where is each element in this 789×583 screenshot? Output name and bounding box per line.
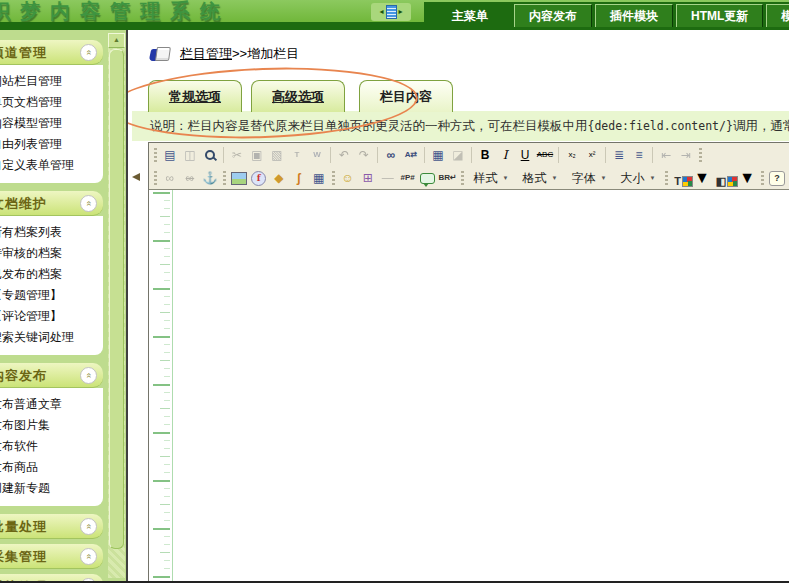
templates-icon: ◫	[184, 149, 195, 161]
sidebar-item[interactable]: 搜索关键词处理	[0, 327, 103, 348]
source-button[interactable]: ▤	[160, 146, 180, 164]
sidebar-section-header-batch-process[interactable]: 批量处理«	[0, 514, 103, 539]
attachment-button[interactable]: ʃ	[289, 169, 309, 187]
format-select[interactable]: 格式▼	[516, 169, 565, 187]
toolbar-handle[interactable]	[154, 148, 157, 163]
special-char-button[interactable]: ⊞	[358, 169, 378, 187]
top-tab-main-menu[interactable]: 主菜单	[429, 4, 511, 27]
bold-icon: B	[481, 149, 490, 161]
subscript-button[interactable]: x₂	[562, 146, 582, 164]
ruler-tick	[164, 296, 170, 297]
undo-icon: ↶	[339, 149, 349, 161]
rich-text-editor: ▤◫✂▣▧TW↶↷∞A⇄▦◪BIUABCx₂x²≣≡⇤⇥ ∞∞⚓f◆ʃ▦☺⊞—#…	[148, 142, 789, 581]
collapse-chevron-icon[interactable]: «	[80, 518, 97, 535]
sidebar-item[interactable]: 自定义表单管理	[0, 155, 103, 176]
quote-button[interactable]	[418, 169, 438, 187]
sidebar-item[interactable]: 发布商品	[0, 457, 103, 478]
font-select[interactable]: 字体▼	[564, 169, 613, 187]
sidebar-item[interactable]: 待审核的档案	[0, 243, 103, 264]
ruler-tick	[164, 560, 170, 561]
sidebar-section-content-publish: 内容发布«发布普通文章发布图片集发布软件发布商品创建新专题	[0, 363, 103, 506]
sidebar-section-header-channel-manage[interactable]: 频道管理«	[0, 40, 103, 65]
scroll-right-icon[interactable]: ▸	[399, 8, 403, 16]
ruler-tick	[164, 448, 170, 449]
underline-button[interactable]: U	[515, 146, 535, 164]
find-button[interactable]: ∞	[381, 146, 401, 164]
option-tab-general-options[interactable]: 常规选项	[148, 80, 242, 112]
sidebar-item[interactable]: 网站栏目管理	[0, 71, 103, 92]
collapse-chevron-icon[interactable]: «	[80, 195, 97, 212]
scroll-left-icon[interactable]: ◂	[379, 8, 383, 16]
tab-scroller[interactable]: ◂ ▸	[371, 3, 411, 21]
sidebar-scrollbar[interactable]: ▲	[108, 33, 125, 578]
sidebar-item[interactable]: 内容模型管理	[0, 113, 103, 134]
top-tab-template-manage[interactable]: 模板管理	[766, 4, 789, 27]
show-borders-button[interactable]: ▦	[428, 146, 448, 164]
help-icon: ?	[769, 171, 785, 186]
unordered-list-button[interactable]: ≡	[629, 146, 649, 164]
option-tab-advanced-options[interactable]: 高级选项	[251, 80, 345, 112]
sidebar-section-header-content-publish[interactable]: 内容发布«	[0, 363, 103, 388]
sidebar-item[interactable]: 发布软件	[0, 436, 103, 457]
br-button[interactable]: BR↵	[438, 169, 458, 187]
preview-button[interactable]	[200, 146, 220, 164]
sidebar-item[interactable]: 自由列表管理	[0, 134, 103, 155]
collapse-chevron-icon[interactable]: «	[80, 367, 97, 384]
paste-text-button: T	[287, 146, 307, 164]
bg-color-button[interactable]: ◧▼	[713, 169, 758, 187]
remove-format-icon: ◪	[452, 149, 463, 161]
breadcrumb-link[interactable]: 栏目管理	[180, 46, 232, 61]
table-button[interactable]: ▦	[309, 169, 329, 187]
scrollbar-thumb[interactable]	[109, 49, 124, 549]
toolbar-handle[interactable]	[699, 148, 702, 163]
scroll-up-button[interactable]: ▲	[108, 33, 125, 48]
strike-button[interactable]: ABC	[535, 146, 555, 164]
ordered-list-button[interactable]: ≣	[609, 146, 629, 164]
top-tab-content-publish[interactable]: 内容发布	[514, 4, 592, 27]
anchor-button[interactable]: ⚓	[200, 169, 220, 187]
smiley-button[interactable]: ☺	[338, 169, 358, 187]
collapse-chevron-icon[interactable]: «	[80, 44, 97, 61]
toolbar-handle[interactable]	[154, 171, 157, 186]
sidebar-item[interactable]: 单页文档管理	[0, 92, 103, 113]
sidebar-item[interactable]: 【专题管理】	[0, 285, 103, 306]
sidebar-section-title: 频道管理	[0, 45, 47, 60]
sidebar-item[interactable]: 发布图片集	[0, 415, 103, 436]
media-button[interactable]: ◆	[269, 169, 289, 187]
collapse-chevron-icon[interactable]: «	[80, 578, 97, 581]
toolbar-separator	[424, 147, 425, 163]
toolbar-handle[interactable]	[761, 171, 764, 186]
toolbar-collapse-arrow[interactable]	[132, 173, 140, 181]
font-select-label: 字体	[571, 170, 595, 187]
toolbar-handle[interactable]	[461, 171, 464, 186]
sidebar-item[interactable]: 【评论管理】	[0, 306, 103, 327]
collapse-chevron-icon[interactable]: «	[80, 548, 97, 565]
sidebar-section-header-doc-maintain[interactable]: 文档维护«	[0, 191, 103, 216]
flash-button[interactable]: f	[249, 169, 269, 187]
sidebar-section-header-module-manage[interactable]: 模块管理«	[0, 574, 103, 581]
text-color-button[interactable]: T▼	[671, 169, 713, 187]
option-tab-column-content[interactable]: 栏目内容	[359, 80, 453, 112]
page-break-button[interactable]: #P#	[398, 169, 418, 187]
style-select[interactable]: 样式▼	[467, 169, 516, 187]
sidebar-item[interactable]: 创建新专题	[0, 478, 103, 499]
top-tab-plugin-module[interactable]: 插件模块	[595, 4, 673, 27]
toolbar-handle[interactable]	[332, 171, 335, 186]
link-button: ∞	[160, 169, 180, 187]
superscript-button[interactable]: x²	[582, 146, 602, 164]
editor-canvas[interactable]	[149, 189, 789, 581]
italic-button[interactable]: I	[495, 146, 515, 164]
toolbar-handle[interactable]	[665, 171, 668, 186]
bold-button[interactable]: B	[475, 146, 495, 164]
size-select[interactable]: 大小▼	[613, 169, 662, 187]
toolbar-handle[interactable]	[223, 171, 226, 186]
top-tab-html-update[interactable]: HTML更新	[676, 4, 763, 27]
help-button[interactable]: ?	[767, 169, 787, 187]
ruler-tick	[164, 512, 170, 513]
sidebar-item[interactable]: 发布普通文章	[0, 394, 103, 415]
sidebar-item[interactable]: 已发布的档案	[0, 264, 103, 285]
replace-button[interactable]: A⇄	[401, 146, 421, 164]
sidebar-item[interactable]: 所有档案列表	[0, 222, 103, 243]
sidebar-section-header-collect-manage[interactable]: 采集管理«	[0, 544, 103, 569]
image-button[interactable]	[229, 169, 249, 187]
